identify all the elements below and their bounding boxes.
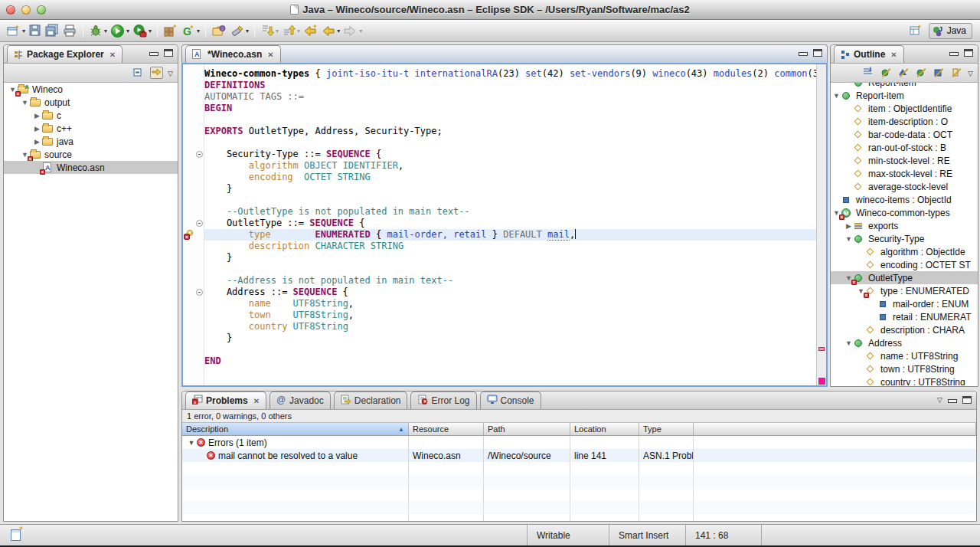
search-button[interactable]: ▾ — [228, 21, 250, 40]
tree-item-wineco-items-objectid[interactable]: wineco-items : ObjectId — [831, 193, 978, 206]
maximize-editor-button[interactable] — [813, 49, 822, 57]
hide-imports-icon[interactable] — [950, 67, 963, 79]
dropdown-arrow-icon[interactable]: ▾ — [197, 28, 200, 34]
fold-collapse-icon[interactable] — [196, 220, 203, 227]
view-menu-button[interactable]: ▽ — [168, 70, 173, 77]
tree-item-wineco-asn[interactable]: xWineco.asn — [4, 161, 178, 174]
code-line[interactable]: } — [204, 332, 816, 344]
code-line[interactable] — [204, 195, 816, 206]
close-icon[interactable]: ✕ — [890, 51, 897, 59]
fast-view-icon[interactable] — [11, 529, 21, 541]
tree-item-country-utf8string[interactable]: country : UTF8String — [831, 375, 978, 385]
zoom-window-button[interactable] — [37, 5, 46, 15]
hide-variables-icon[interactable] — [897, 67, 910, 79]
code-line[interactable] — [204, 137, 816, 149]
code-line[interactable]: DEFINITIONS — [204, 80, 816, 91]
maximize-view-button[interactable] — [962, 396, 972, 404]
code-line[interactable]: type ENUMERATED { mail-order, retail } D… — [204, 229, 816, 241]
chevron-down-icon[interactable]: ▼ — [844, 235, 853, 243]
tree-item-encoding-octet-st[interactable]: encoding : OCTET ST — [831, 258, 978, 271]
chevron-right-icon[interactable]: ▶ — [33, 112, 41, 120]
overview-ruler[interactable] — [816, 64, 826, 385]
minimize-view-button[interactable] — [948, 399, 957, 403]
dropdown-arrow-icon[interactable]: ▾ — [246, 28, 249, 34]
tab-problems[interactable]: xProblems✕ — [185, 391, 266, 409]
dropdown-arrow-icon[interactable]: ▾ — [126, 28, 129, 34]
chevron-right-icon[interactable]: ▶ — [33, 138, 41, 146]
tree-item-output[interactable]: ▼output — [4, 96, 178, 109]
code-line[interactable]: END — [204, 355, 816, 367]
code-line[interactable]: --Address is not populated in main text-… — [204, 275, 816, 287]
hide-types-icon[interactable] — [880, 67, 893, 79]
dropdown-arrow-icon[interactable]: ▾ — [22, 28, 25, 34]
open-perspective-button[interactable]: ✦ — [907, 21, 924, 40]
last-edit-location-button[interactable]: ✦ — [302, 21, 319, 40]
view-menu-button[interactable]: ▽ — [968, 70, 973, 77]
tree-item-retail-enumerat[interactable]: retail : ENUMERAT — [831, 310, 978, 323]
code-line[interactable]: BEGIN — [204, 103, 816, 114]
tree-item-algorithm-objectide[interactable]: algorithm : ObjectIde — [831, 245, 978, 258]
close-icon[interactable]: ✕ — [267, 51, 273, 59]
tree-item-report-item[interactable]: ▼Report-item — [831, 89, 978, 102]
print-button[interactable] — [61, 21, 79, 40]
tree-item-c[interactable]: ▶c — [4, 109, 178, 122]
link-with-editor-button[interactable] — [150, 67, 163, 79]
chevron-right-icon[interactable]: ▶ — [33, 125, 41, 133]
code-line[interactable]: EXPORTS OutletType, Address, Security-Ty… — [204, 126, 816, 137]
fold-collapse-icon[interactable] — [196, 289, 203, 296]
tree-item-wineco-common-types[interactable]: ▼MxWineco-common-types — [831, 206, 978, 219]
tab-wineco-asn[interactable]: *Wineco.asn ✕ — [185, 45, 281, 63]
annotation-ruler[interactable]: x — [183, 64, 194, 385]
code-line[interactable]: Security-Type ::= SEQUENCE { — [204, 149, 816, 160]
tree-item-description-chara[interactable]: description : CHARA — [831, 323, 978, 336]
minimize-window-button[interactable] — [21, 5, 31, 15]
column-header-empty[interactable] — [694, 423, 976, 436]
code-line[interactable]: OutletType ::= SEQUENCE { — [204, 218, 816, 229]
maximize-view-button[interactable] — [164, 49, 173, 57]
tree-item-mail-order-enum[interactable]: mail-order : ENUM — [831, 297, 978, 310]
tab-javadoc[interactable]: @Javadoc — [270, 391, 331, 409]
tree-item-max-stock-level-re[interactable]: max-stock-level : RE — [831, 167, 978, 180]
code-line[interactable]: Wineco-common-types { joint-iso-itu-t in… — [204, 68, 816, 80]
save-all-button[interactable] — [44, 21, 61, 40]
close-window-button[interactable] — [6, 5, 15, 15]
chevron-down-icon[interactable]: ▼ — [832, 92, 841, 100]
java-perspective-button[interactable]: J Java — [929, 23, 972, 39]
overview-error-marker[interactable] — [818, 347, 825, 351]
tree-item-exports[interactable]: ▶exports — [831, 219, 978, 232]
code-line[interactable]: encoding OCTET STRING — [204, 172, 816, 183]
tree-item-average-stock-level[interactable]: average-stock-level — [831, 180, 978, 193]
tree-item-min-stock-level-re[interactable]: min-stock-level : RE — [831, 154, 978, 167]
code-line[interactable]: algorithm OBJECT IDENTIFIER, — [204, 160, 816, 172]
code-line[interactable] — [204, 114, 816, 126]
minimize-view-button[interactable] — [949, 52, 959, 56]
new-wizard-button[interactable]: ✦▾ — [5, 21, 27, 40]
tree-item-item-description-o[interactable]: item-description : O — [831, 115, 978, 128]
problem-row[interactable]: ✕mail cannot be resolved to a valueWinec… — [182, 449, 976, 462]
code-editor[interactable]: x Wineco-common-types { joint-iso-itu-t … — [181, 63, 828, 387]
tab-error-log[interactable]: ✕Error Log — [410, 391, 476, 409]
close-icon[interactable]: ✕ — [253, 397, 260, 405]
chevron-down-icon[interactable]: ▼ — [21, 99, 29, 106]
column-header-location[interactable]: Location — [570, 423, 639, 436]
tree-item-town-utf8string[interactable]: town : UTF8String — [831, 362, 978, 375]
minimize-editor-button[interactable] — [799, 52, 808, 56]
column-header-path[interactable]: Path — [484, 423, 570, 436]
column-header-resource[interactable]: Resource — [409, 423, 484, 436]
tab-console[interactable]: Console — [480, 391, 541, 409]
error-marker-icon[interactable]: x — [184, 230, 193, 240]
tree-item-item-objectidentifie[interactable]: item : ObjectIdentifie — [831, 102, 978, 115]
dropdown-arrow-icon[interactable]: ▾ — [359, 28, 362, 34]
close-icon[interactable]: ✕ — [109, 51, 116, 59]
tree-item-c-[interactable]: ▶c++ — [4, 122, 178, 135]
new-java-project-button[interactable]: ✦ — [162, 21, 179, 40]
tab-package-explorer[interactable]: Package Explorer ✕ — [7, 45, 122, 63]
code-line[interactable]: name UTF8String, — [204, 298, 816, 310]
forward-button[interactable]: ▾ — [341, 21, 364, 40]
tree-item-security-type[interactable]: ▼Security-Type — [831, 232, 978, 245]
tree-item-address[interactable]: ▼Address — [831, 336, 978, 349]
new-java-class-button[interactable]: G✦▾ — [179, 21, 201, 40]
run-button[interactable]: ▾ — [109, 21, 131, 40]
code-line[interactable] — [204, 344, 816, 355]
code-text-area[interactable]: Wineco-common-types { joint-iso-itu-t in… — [204, 64, 816, 385]
